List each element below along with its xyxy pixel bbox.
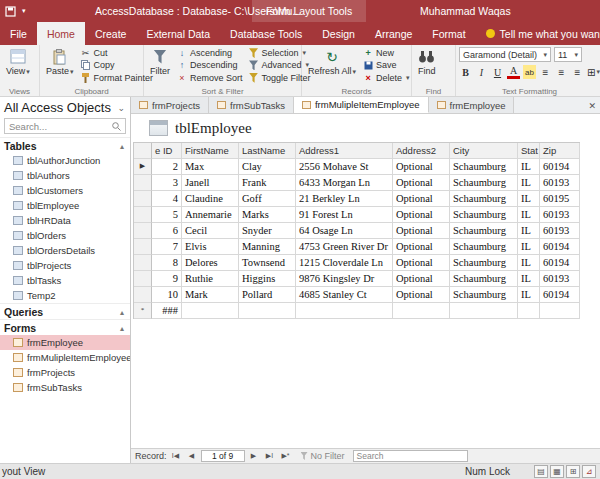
gridlines-button[interactable]: ⊞▾ bbox=[587, 65, 600, 79]
save-record-button[interactable]: Save bbox=[361, 59, 412, 71]
align-center-icon[interactable]: ≡ bbox=[555, 65, 568, 79]
find-button[interactable]: Find bbox=[415, 47, 439, 84]
cell-Address1[interactable]: 91 Forest Ln bbox=[296, 207, 393, 223]
ribbon-tab-file[interactable]: File bbox=[0, 22, 37, 45]
ribbon-tab-create[interactable]: Create bbox=[85, 22, 137, 45]
row-selector[interactable] bbox=[134, 191, 152, 207]
cell-Address1[interactable]: 4753 Green River Dr bbox=[296, 239, 393, 255]
last-record-icon[interactable]: ▶I bbox=[263, 450, 277, 462]
cell-FirstName[interactable]: Delores bbox=[182, 255, 239, 271]
sidebar-item-tblOrdersDetails[interactable]: tblOrdersDetails bbox=[0, 243, 130, 258]
column-header-e-ID[interactable]: e ID bbox=[152, 143, 182, 159]
save-icon[interactable] bbox=[5, 6, 16, 17]
cell-Zip[interactable]: 60193 bbox=[540, 271, 580, 287]
record-position[interactable]: 1 of 9 bbox=[201, 450, 245, 462]
design-view-button[interactable]: ⊿ bbox=[582, 465, 596, 478]
column-header-City[interactable]: City bbox=[450, 143, 518, 159]
sidebar-item-tblProjects[interactable]: tblProjects bbox=[0, 258, 130, 273]
descending-button[interactable]: ↑ Descending bbox=[175, 59, 245, 71]
paste-button[interactable]: Paste▾ bbox=[43, 47, 77, 84]
cell-FirstName[interactable]: Annemarie bbox=[182, 207, 239, 223]
column-header-LastName[interactable]: LastName bbox=[239, 143, 296, 159]
cell-Address2[interactable]: Optional bbox=[393, 159, 450, 175]
cell-Zip[interactable]: 60194 bbox=[540, 255, 580, 271]
sidebar-item-Temp2[interactable]: Temp2 bbox=[0, 288, 130, 303]
cell-e-ID[interactable]: 4 bbox=[152, 191, 182, 207]
row-selector[interactable] bbox=[134, 175, 152, 191]
cell-City[interactable]: Schaumburg bbox=[450, 207, 518, 223]
cell-e-ID[interactable]: 2 bbox=[152, 159, 182, 175]
document-tab-frmSubTasks[interactable]: frmSubTasks bbox=[209, 97, 294, 113]
cell-Address2[interactable]: Optional bbox=[393, 207, 450, 223]
font-size-select[interactable]: 11▾ bbox=[554, 47, 582, 62]
new-row-cell[interactable] bbox=[239, 303, 296, 319]
cell-LastName[interactable]: Goff bbox=[239, 191, 296, 207]
column-header-Address1[interactable]: Address1 bbox=[296, 143, 393, 159]
sidebar-item-frmSubTasks[interactable]: frmSubTasks bbox=[0, 380, 130, 395]
cell-e-ID[interactable]: 9 bbox=[152, 271, 182, 287]
cell-Stat[interactable]: IL bbox=[518, 191, 540, 207]
cell-e-ID[interactable]: 6 bbox=[152, 223, 182, 239]
cell-Address2[interactable]: Optional bbox=[393, 271, 450, 287]
cell-Address1[interactable]: 9876 Kingsley Dr bbox=[296, 271, 393, 287]
cell-FirstName[interactable]: Elvis bbox=[182, 239, 239, 255]
sidebar-item-tblHRData[interactable]: tblHRData bbox=[0, 213, 130, 228]
column-header-Address2[interactable]: Address2 bbox=[393, 143, 450, 159]
row-selector[interactable] bbox=[134, 271, 152, 287]
cell-Stat[interactable]: IL bbox=[518, 207, 540, 223]
cell-e-ID[interactable]: 5 bbox=[152, 207, 182, 223]
sidebar-item-frmMulipleItemEmployee[interactable]: frmMulipleItemEmployee bbox=[0, 350, 130, 365]
cell-LastName[interactable]: Townsend bbox=[239, 255, 296, 271]
cell-City[interactable]: Schaumburg bbox=[450, 159, 518, 175]
cell-LastName[interactable]: Pollard bbox=[239, 287, 296, 303]
cell-Stat[interactable]: IL bbox=[518, 271, 540, 287]
cell-Zip[interactable]: 60193 bbox=[540, 207, 580, 223]
cell-Address2[interactable]: Optional bbox=[393, 223, 450, 239]
close-icon[interactable]: ✕ bbox=[588, 97, 596, 114]
cell-e-ID[interactable]: 10 bbox=[152, 287, 182, 303]
cell-City[interactable]: Schaumburg bbox=[450, 223, 518, 239]
ribbon-tab-design[interactable]: Design bbox=[312, 22, 365, 45]
cell-City[interactable]: Schaumburg bbox=[450, 175, 518, 191]
cell-FirstName[interactable]: Claudine bbox=[182, 191, 239, 207]
new-row-cell[interactable]: ### bbox=[152, 303, 182, 319]
sidebar-item-tblEmployee[interactable]: tblEmployee bbox=[0, 198, 130, 213]
cell-Address2[interactable]: Optional bbox=[393, 175, 450, 191]
row-selector[interactable] bbox=[134, 287, 152, 303]
row-selector[interactable] bbox=[134, 239, 152, 255]
sidebar-item-tblTasks[interactable]: tblTasks bbox=[0, 273, 130, 288]
cell-FirstName[interactable]: Max bbox=[182, 159, 239, 175]
cell-FirstName[interactable]: Janell bbox=[182, 175, 239, 191]
sidebar-item-tblAuthorJunction[interactable]: tblAuthorJunction bbox=[0, 153, 130, 168]
new-row-cell[interactable] bbox=[182, 303, 239, 319]
sidebar-item-tblAuthors[interactable]: tblAuthors bbox=[0, 168, 130, 183]
new-row-cell[interactable] bbox=[540, 303, 580, 319]
column-header-FirstName[interactable]: FirstName bbox=[182, 143, 239, 159]
ribbon-tab-database-tools[interactable]: Database Tools bbox=[220, 22, 312, 45]
sidebar-item-tblCustomers[interactable]: tblCustomers bbox=[0, 183, 130, 198]
cell-Address1[interactable]: 2556 Mohave St bbox=[296, 159, 393, 175]
document-tab-frmMulipleItemEmployee[interactable]: frmMulipleItemEmployee bbox=[294, 97, 429, 113]
cell-City[interactable]: Schaumburg bbox=[450, 255, 518, 271]
italic-button[interactable]: I bbox=[475, 65, 488, 79]
cell-Zip[interactable]: 60195 bbox=[540, 191, 580, 207]
view-button[interactable]: View▾ bbox=[3, 47, 33, 84]
filter-button[interactable]: Filter bbox=[147, 47, 173, 84]
sidebar-section-tables[interactable]: Tables▴ bbox=[0, 137, 130, 153]
cell-FirstName[interactable]: Ruthie bbox=[182, 271, 239, 287]
cell-City[interactable]: Schaumburg bbox=[450, 271, 518, 287]
document-tab-frmEmployee[interactable]: frmEmployee bbox=[429, 97, 515, 113]
cell-Address2[interactable]: Optional bbox=[393, 191, 450, 207]
new-blank-record-icon[interactable]: ▶* bbox=[279, 450, 293, 462]
cell-Address1[interactable]: 21 Berkley Ln bbox=[296, 191, 393, 207]
cell-Address2[interactable]: Optional bbox=[393, 255, 450, 271]
tell-me-box[interactable]: Tell me what you want to do bbox=[486, 22, 600, 45]
row-selector[interactable]: ▶ bbox=[134, 159, 152, 175]
new-record-button[interactable]: + New bbox=[361, 47, 412, 59]
cell-LastName[interactable]: Manning bbox=[239, 239, 296, 255]
filter-indicator[interactable]: No Filter bbox=[301, 451, 345, 461]
record-search-input[interactable]: Search bbox=[353, 450, 468, 462]
column-header-Zip[interactable]: Zip bbox=[540, 143, 580, 159]
account-user-name[interactable]: Muhammad Waqas bbox=[420, 0, 511, 22]
sidebar-section-queries[interactable]: Queries▴ bbox=[0, 303, 130, 319]
